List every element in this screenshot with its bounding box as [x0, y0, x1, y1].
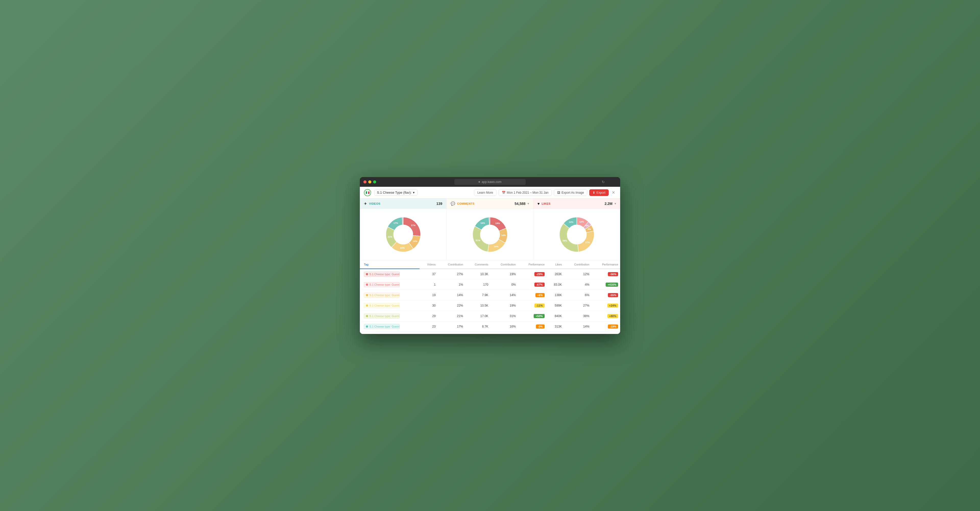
- perf2-cell: -56%: [591, 269, 620, 279]
- comments-cell: 8.7K: [465, 321, 490, 332]
- comments-donut-chart: 19%14%19%31%16%: [469, 214, 511, 255]
- table-row: S.1 Cheese type: Guerrini 4... 30 22% 10…: [360, 300, 620, 311]
- videos-chart-cell: 27%14%22%21%17%: [360, 209, 447, 260]
- svg-text:19%: 19%: [495, 222, 500, 225]
- com-contrib-cell: 19%: [490, 300, 518, 311]
- vid-contrib-cell: 14%: [438, 290, 465, 300]
- perf1-cell: +6%: [518, 290, 547, 300]
- tag-cell: S.1 Cheese type: Guerrini 4...: [360, 300, 420, 311]
- tag-cell: S.1 Cheese type: Guerrini 3...: [360, 290, 420, 300]
- com-contrib-cell: 16%: [490, 321, 518, 332]
- cheese-type-selector[interactable]: S.1 Cheese Type (flav): ▾: [374, 189, 417, 196]
- tag-cell: S.1 Cheese type: Guerrini 6...: [360, 321, 420, 332]
- tag-name: S.1 Cheese type: Guerrini 2...: [369, 283, 400, 286]
- tag-pill[interactable]: S.1 Cheese type: Guerrini 5...: [364, 313, 400, 319]
- svg-text:19%: 19%: [494, 245, 498, 248]
- stats-row: ✈ VIDEOS 139 💬 COMMENTS 54,588 ▾ ♥ LIKES…: [360, 198, 620, 209]
- tag-name: S.1 Cheese type: Guerrini 6...: [369, 325, 400, 328]
- export-button[interactable]: ⬇ Export: [589, 189, 609, 196]
- data-table: Tag Videos Contribution Comments Contrib…: [360, 260, 620, 332]
- svg-text:6%: 6%: [588, 228, 591, 230]
- learn-more-button[interactable]: Learn More: [474, 189, 496, 196]
- chevron-down-icon: ▾: [413, 191, 415, 195]
- likes-value: 2.2M: [605, 201, 612, 206]
- logo-icon: 🇮🇹: [366, 191, 369, 195]
- close-icon: ✕: [612, 190, 615, 195]
- perf1-cell: -67%: [518, 279, 547, 290]
- lock-icon: [479, 181, 480, 183]
- videos-label: VIDEOS: [369, 202, 380, 205]
- likes-cell: 83.0K: [547, 279, 564, 290]
- comments-cell: 17.0K: [465, 311, 490, 321]
- tag-pill[interactable]: S.1 Cheese type: Guerrini 2...: [364, 282, 400, 287]
- date-range-text: Mon 1 Feb 2021 – Mon 31 Jan: [507, 191, 549, 195]
- learn-more-label: Learn More: [477, 191, 493, 195]
- performance-badge: +6%: [535, 293, 545, 297]
- tag-color-dot: [366, 315, 368, 317]
- table-row: S.1 Cheese type: Guerrini 2... 1 1% 170 …: [360, 279, 620, 290]
- tag-cell: S.1 Cheese type: Guerrini 2...: [360, 279, 420, 290]
- table-row: S.1 Cheese type: Guerrini 5... 29 21% 17…: [360, 311, 620, 321]
- col-header-videos: Videos: [420, 260, 438, 269]
- tag-name: S.1 Cheese type: Guerrini 5...: [369, 315, 400, 318]
- tag-cell: S.1 Cheese type: Guerrini 1...: [360, 269, 420, 279]
- likes-cell: 840K: [547, 311, 564, 321]
- comments-chevron-icon: ▾: [528, 202, 529, 205]
- like-contrib-cell: 14%: [564, 321, 591, 332]
- comments-cell: 7.9K: [465, 290, 490, 300]
- com-contrib-cell: 31%: [490, 311, 518, 321]
- comments-cell: 10.3K: [465, 269, 490, 279]
- perf2-cell: -19%: [591, 321, 620, 332]
- tag-color-dot: [366, 273, 368, 275]
- likes-cell: 138K: [547, 290, 564, 300]
- close-traffic-light[interactable]: [363, 180, 366, 184]
- svg-text:14%: 14%: [412, 240, 417, 243]
- logo-area: 🇮🇹: [364, 189, 371, 196]
- vid-contrib-cell: 1%: [438, 279, 465, 290]
- traffic-lights: [363, 180, 376, 184]
- col-header-vid-contrib: Contribution: [438, 260, 465, 269]
- tag-name: S.1 Cheese type: Guerrini 1...: [369, 273, 400, 276]
- tag-pill[interactable]: S.1 Cheese type: Guerrini 4...: [364, 303, 400, 308]
- vid-contrib-cell: 22%: [438, 300, 465, 311]
- table-row: S.1 Cheese type: Guerrini 1... 37 27% 10…: [360, 269, 620, 279]
- tag-pill[interactable]: S.1 Cheese type: Guerrini 3...: [364, 292, 400, 298]
- tag-pill[interactable]: S.1 Cheese type: Guerrini 1...: [364, 271, 400, 277]
- performance-badge: -0%: [536, 324, 545, 329]
- svg-text:16%: 16%: [480, 222, 485, 224]
- tag-pill[interactable]: S.1 Cheese type: Guerrini 6...: [364, 324, 400, 329]
- export-as-image-button[interactable]: 🖼 Export As Image: [554, 189, 587, 196]
- performance-badge-2: -56%: [608, 272, 618, 276]
- comments-stat-card[interactable]: 💬 COMMENTS 54,588 ▾: [447, 198, 533, 209]
- mac-window: app.kawo.com ↻ 🇮🇹 S.1 Cheese Type (flav)…: [360, 177, 620, 334]
- likes-cell: 313K: [547, 321, 564, 332]
- performance-badge-2: +80%: [608, 314, 618, 318]
- url-bar[interactable]: app.kawo.com: [454, 179, 526, 185]
- videos-cell: 30: [420, 300, 438, 311]
- likes-stat-card[interactable]: ♥ LIKES 2.2M ▾: [533, 198, 620, 209]
- perf1-cell: +50%: [518, 311, 547, 321]
- like-contrib-cell: 12%: [564, 269, 591, 279]
- tag-color-dot: [366, 305, 368, 307]
- download-icon: ⬇: [593, 191, 595, 195]
- likes-donut-chart: 12%4%6%27%38%14%: [556, 214, 597, 255]
- comments-icon: 💬: [451, 201, 455, 206]
- refresh-button[interactable]: ↻: [602, 180, 605, 184]
- likes-chevron-icon: ▾: [614, 202, 616, 205]
- videos-icon: ✈: [364, 201, 367, 206]
- svg-text:12%: 12%: [579, 220, 584, 223]
- svg-text:27%: 27%: [411, 224, 415, 227]
- svg-text:31%: 31%: [476, 239, 480, 242]
- minimize-traffic-light[interactable]: [368, 180, 371, 184]
- toolbar-right: Learn More 📅 Mon 1 Feb 2021 – Mon 31 Jan…: [474, 189, 616, 196]
- close-panel-button[interactable]: ✕: [611, 190, 616, 195]
- like-contrib-cell: 38%: [564, 311, 591, 321]
- date-range-button[interactable]: 📅 Mon 1 Feb 2021 – Mon 31 Jan: [498, 189, 552, 196]
- perf2-cell: -55%: [591, 290, 620, 300]
- likes-label: LIKES: [542, 202, 550, 205]
- videos-stat-card[interactable]: ✈ VIDEOS 139: [360, 198, 447, 209]
- com-contrib-cell: 0%: [490, 279, 518, 290]
- col-header-perf2: Performance: [591, 260, 620, 269]
- com-contrib-cell: 19%: [490, 269, 518, 279]
- maximize-traffic-light[interactable]: [373, 180, 376, 184]
